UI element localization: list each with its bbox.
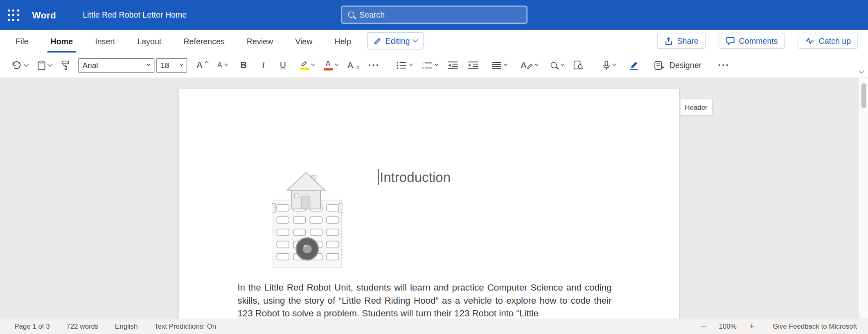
top-right-actions: Share Comments Catch up [657, 33, 858, 49]
underline-button[interactable]: U [280, 60, 286, 70]
chevron-down-icon [311, 62, 315, 66]
dictate-button[interactable] [603, 60, 615, 70]
font-size-select[interactable]: 18 [156, 58, 187, 72]
document-page[interactable]: Introduction In the Little Red Robot Uni… [178, 89, 680, 318]
text-predictions-status[interactable]: Text Predictions: On [154, 323, 216, 330]
chevron-down-icon [859, 68, 863, 73]
zoom-out-button[interactable]: − [701, 322, 706, 332]
font-name-value: Arial [83, 61, 98, 70]
chevron-down-icon [224, 62, 228, 66]
font-color-button[interactable]: A [324, 60, 338, 70]
align-button[interactable] [491, 61, 507, 69]
ribbon-tab-row: File Home Insert Layout References Revie… [0, 30, 868, 52]
clipboard-icon [37, 60, 45, 70]
zoom-level[interactable]: 100% [719, 323, 736, 330]
tab-review[interactable]: Review [236, 30, 284, 52]
tab-view[interactable]: View [284, 30, 323, 52]
app-launcher-button[interactable] [0, 0, 27, 30]
document-paragraph[interactable]: In the Little Red Robot Unit, students w… [237, 281, 611, 318]
search-box[interactable] [341, 6, 528, 24]
share-label: Share [677, 36, 699, 45]
decrease-indent-button[interactable] [447, 61, 458, 69]
comments-button[interactable]: Comments [719, 33, 785, 49]
clear-formatting-icon: A [347, 61, 353, 69]
chevron-down-icon [435, 62, 439, 66]
document-canvas: Introduction In the Little Red Robot Uni… [0, 78, 868, 318]
grow-font-button[interactable]: A [196, 61, 208, 70]
clear-formatting-button[interactable]: A x [347, 60, 359, 70]
text-cursor [378, 169, 379, 185]
tab-help[interactable]: Help [323, 30, 362, 52]
chevron-down-icon [413, 37, 418, 42]
page-number-status[interactable]: Page 1 of 3 [14, 323, 50, 330]
bold-button[interactable]: B [240, 60, 247, 70]
designer-icon [654, 61, 665, 70]
svg-text:1: 1 [422, 61, 424, 65]
italic-icon: I [262, 59, 265, 70]
find-icon [551, 62, 557, 68]
tab-layout[interactable]: Layout [126, 30, 172, 52]
paste-button[interactable] [37, 60, 51, 70]
text-highlight-color-button[interactable] [300, 60, 314, 70]
find-button[interactable] [551, 62, 564, 68]
scrollbar-thumb[interactable] [861, 83, 866, 108]
paintbrush-icon [61, 60, 70, 70]
bullets-button[interactable] [396, 61, 412, 69]
undo-icon [11, 61, 22, 69]
format-painter-button[interactable] [61, 60, 70, 70]
feedback-link[interactable]: Give Feedback to Microsoft [773, 323, 857, 330]
designer-label: Designer [670, 61, 701, 70]
more-commands-button[interactable] [719, 64, 728, 66]
home-ribbon-toolbar: Arial 18 A A B I U [0, 53, 868, 78]
tab-references[interactable]: References [172, 30, 235, 52]
tab-file[interactable]: File [5, 30, 40, 52]
status-right-group: − 100% + Give Feedback to Microsoft [701, 322, 857, 332]
svg-text:2: 2 [422, 66, 424, 69]
editing-mode-label: Editing [385, 36, 410, 45]
more-font-options-button[interactable] [369, 64, 378, 66]
italic-button[interactable]: I [262, 59, 265, 70]
search-input[interactable] [359, 10, 521, 19]
increase-indent-button[interactable] [468, 61, 479, 69]
designer-button[interactable]: Designer [654, 61, 701, 70]
numbered-list-icon: 1 2 [422, 61, 432, 69]
zoom-in-button[interactable]: + [749, 322, 755, 332]
language-status[interactable]: English [115, 323, 138, 330]
highlight-icon [300, 60, 309, 70]
page-with-magnifier-icon [574, 60, 584, 70]
shrink-font-button[interactable]: A [217, 61, 228, 68]
editor-pen-button[interactable] [629, 60, 638, 70]
font-name-select[interactable]: Arial [78, 58, 155, 72]
share-button[interactable]: Share [657, 33, 706, 49]
document-heading[interactable]: Introduction [378, 169, 451, 185]
tab-home[interactable]: Home [40, 30, 84, 52]
microphone-icon [603, 60, 610, 70]
chevron-down-icon [561, 62, 565, 66]
collapse-ribbon-button[interactable] [859, 66, 863, 74]
styles-icon: A [521, 61, 533, 69]
vertical-scrollbar[interactable] [859, 78, 868, 318]
catch-up-button[interactable]: Catch up [798, 33, 858, 49]
editing-mode-dropdown[interactable]: Editing [367, 32, 424, 49]
share-icon [664, 36, 673, 45]
document-search-button[interactable] [574, 60, 584, 70]
styles-button[interactable]: A [521, 61, 538, 69]
tab-insert[interactable]: Insert [84, 30, 126, 52]
chevron-up-icon [205, 61, 209, 65]
app-launcher-icon [7, 9, 19, 20]
header-section-tab[interactable]: Header [680, 99, 712, 116]
document-title[interactable]: Little Red Robot Letter Home [83, 11, 187, 20]
catch-up-icon [805, 37, 815, 45]
chevron-down-icon [179, 62, 183, 66]
numbering-button[interactable]: 1 2 [422, 61, 437, 69]
search-icon [348, 11, 354, 18]
chevron-down-icon [504, 62, 508, 66]
word-online-window: Word Little Red Robot Letter Home File H… [0, 0, 868, 334]
word-count-status[interactable]: 722 words [66, 323, 98, 330]
document-heading-text: Introduction [380, 169, 451, 185]
document-image[interactable] [272, 167, 343, 272]
underline-icon: U [280, 60, 286, 70]
undo-button[interactable] [11, 61, 28, 69]
decrease-indent-icon [447, 61, 458, 69]
app-logo-text[interactable]: Word [32, 10, 56, 20]
